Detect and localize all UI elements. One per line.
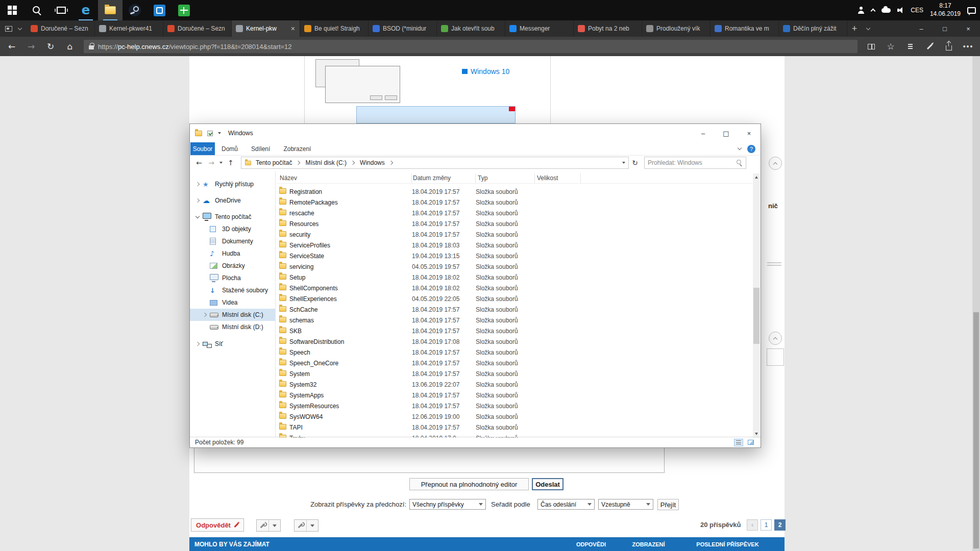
- file-row[interactable]: rescache 18.04.2019 17:57 Složka souborů: [277, 208, 752, 218]
- file-row[interactable]: Speech 18.04.2019 17:57 Složka souborů: [277, 347, 752, 358]
- file-row[interactable]: System 18.04.2019 17:57 Složka souborů: [277, 368, 752, 379]
- file-row[interactable]: ShellComponents 18.04.2019 18:02 Složka …: [277, 283, 752, 293]
- go-button[interactable]: Přejít: [657, 499, 679, 510]
- column-header[interactable]: Velikost: [535, 173, 581, 183]
- expand-chevron-icon[interactable]: [196, 183, 203, 186]
- file-row[interactable]: security 18.04.2019 17:57 Složka souborů: [277, 229, 752, 240]
- volume-icon[interactable]: [897, 0, 904, 20]
- explorer-title-bar[interactable]: Windows – □ ×: [190, 124, 761, 142]
- chevron-down-icon[interactable]: [307, 520, 318, 531]
- ribbon-expand-chevron-icon[interactable]: [738, 146, 742, 150]
- back-button[interactable]: ←: [2, 38, 21, 55]
- sort-field-select[interactable]: Čas odeslání: [537, 499, 595, 510]
- ribbon-tab[interactable]: Zobrazení: [277, 142, 317, 155]
- sidebar-item[interactable]: Místní disk (C:): [190, 309, 275, 321]
- browser-tab[interactable]: Jak otevřít soub ×: [437, 20, 505, 37]
- file-row[interactable]: Speech_OneCore 18.04.2019 17:57 Složka s…: [277, 358, 752, 368]
- sidebar-item[interactable]: Tento počítač: [190, 211, 275, 223]
- explorer-minimize-button[interactable]: –: [692, 124, 715, 142]
- tab-close-icon[interactable]: ×: [290, 25, 296, 32]
- sidebar-item[interactable]: Stažené soubory: [190, 284, 275, 296]
- tab-preview-toggle-icon[interactable]: [18, 26, 22, 30]
- file-row[interactable]: ServiceState 19.04.2019 13:15 Složka sou…: [277, 251, 752, 261]
- sidebar-item[interactable]: Dokumenty: [190, 235, 275, 247]
- address-history-chevron-icon[interactable]: [622, 162, 625, 164]
- sidebar-item[interactable]: Hudba: [190, 247, 275, 260]
- forward-button[interactable]: →: [21, 38, 41, 55]
- details-view-icon[interactable]: [734, 439, 743, 446]
- browser-tab[interactable]: Romantika ve m ×: [710, 20, 779, 37]
- onedrive-tray-icon[interactable]: [881, 0, 891, 20]
- file-row[interactable]: System32 13.06.2019 22:07 Složka souborů: [277, 379, 752, 390]
- taskbar-app-button[interactable]: [0, 0, 24, 20]
- scrollbar-thumb[interactable]: [753, 288, 760, 344]
- recent-locations-chevron-icon[interactable]: [217, 157, 225, 169]
- web-note-pen-icon[interactable]: [920, 38, 939, 55]
- browser-tab[interactable]: Pobyt na 2 neb ×: [574, 20, 642, 37]
- sidebar-item[interactable]: Síť: [190, 338, 275, 350]
- refresh-button[interactable]: ↻: [41, 38, 60, 55]
- browser-tab[interactable]: Děčín plný zážit ×: [779, 20, 847, 37]
- explorer-forward-button[interactable]: →: [205, 157, 217, 169]
- action-center-icon[interactable]: [967, 0, 976, 20]
- sidebar-item[interactable]: 3D objekty: [190, 223, 275, 235]
- thumbnails-view-icon[interactable]: [746, 439, 755, 446]
- taskbar-app-button[interactable]: [122, 0, 147, 20]
- file-row[interactable]: ShellExperiences 04.05.2019 22:05 Složka…: [277, 293, 752, 304]
- browser-tab[interactable]: Messenger ×: [505, 20, 574, 37]
- quick-access-toolbar-chevron-icon[interactable]: [218, 132, 221, 134]
- reply-button[interactable]: Odpovědět: [191, 518, 244, 532]
- file-row[interactable]: SKB 18.04.2019 17:57 Složka souborů: [277, 325, 752, 336]
- expand-chevron-icon[interactable]: [196, 342, 203, 345]
- browser-tab[interactable]: Kernel-pkw ×: [232, 20, 300, 37]
- expand-chevron-icon[interactable]: [203, 313, 210, 316]
- browser-tab[interactable]: Be quiet! Straigh ×: [300, 20, 369, 37]
- file-row[interactable]: servicing 04.05.2019 19:57 Složka soubor…: [277, 261, 752, 272]
- people-icon[interactable]: [857, 0, 865, 20]
- tab-list-chevron-icon[interactable]: [862, 20, 875, 37]
- expand-chevron-icon[interactable]: [196, 215, 203, 219]
- file-row[interactable]: SchCache 18.04.2019 17:57 Složka souborů: [277, 304, 752, 315]
- file-row[interactable]: SystemApps 18.04.2019 17:57 Složka soubo…: [277, 390, 752, 400]
- sidebar-item[interactable]: Videa: [190, 296, 275, 309]
- explorer-maximize-button[interactable]: □: [715, 124, 738, 142]
- ribbon-tab[interactable]: Domů: [215, 142, 244, 155]
- explorer-refresh-icon[interactable]: ↻: [629, 159, 641, 167]
- browser-minimize-button[interactable]: –: [910, 20, 933, 37]
- hub-icon[interactable]: [900, 38, 920, 55]
- file-row[interactable]: Registration 18.04.2019 17:57 Složka sou…: [277, 186, 752, 197]
- full-editor-button[interactable]: Přepnout na plnohodnotný editor: [409, 478, 529, 490]
- breadcrumb-segment[interactable]: Místní disk (C:): [304, 159, 359, 166]
- page-button[interactable]: 2: [774, 519, 786, 531]
- file-row[interactable]: Setup 18.04.2019 18:02 Složka souborů: [277, 272, 752, 283]
- file-row[interactable]: Resources 18.04.2019 17:57 Složka soubor…: [277, 218, 752, 229]
- browser-scrollbar[interactable]: [972, 56, 980, 551]
- column-header[interactable]: Datum změny: [412, 173, 476, 183]
- submit-button[interactable]: Odeslat: [532, 478, 564, 490]
- browser-tab[interactable]: Doručené – Sezn ×: [27, 20, 95, 37]
- browser-tab[interactable]: BSOD (*minidur ×: [369, 20, 437, 37]
- browser-tab[interactable]: Prodloužený vík ×: [642, 20, 710, 37]
- language-indicator[interactable]: CES: [911, 7, 923, 14]
- tray-chevron-up-icon[interactable]: [871, 0, 875, 20]
- browser-close-button[interactable]: ×: [957, 20, 980, 37]
- explorer-scrollbar[interactable]: [753, 173, 760, 438]
- favorites-star-icon[interactable]: ☆: [881, 38, 900, 55]
- breadcrumb[interactable]: Tento počítačMístní disk (C:)Windows: [241, 157, 629, 169]
- explorer-back-button[interactable]: ←: [193, 157, 205, 169]
- expand-chevron-icon[interactable]: [196, 199, 203, 202]
- help-icon[interactable]: ?: [747, 145, 755, 153]
- taskbar-app-button[interactable]: [98, 0, 122, 20]
- taskbar-app-button[interactable]: [24, 0, 49, 20]
- breadcrumb-segment[interactable]: Windows: [359, 159, 397, 166]
- more-options-icon[interactable]: •••: [959, 38, 978, 55]
- sidebar-item[interactable]: OneDrive: [190, 194, 275, 207]
- page-button[interactable]: ‹: [747, 519, 758, 531]
- set-tabs-aside-icon[interactable]: [5, 26, 12, 32]
- up-button[interactable]: ↑: [225, 157, 237, 169]
- chevron-down-icon[interactable]: [269, 520, 280, 531]
- taskbar-app-button[interactable]: [172, 0, 196, 20]
- scroll-to-top-button[interactable]: [769, 332, 782, 345]
- ribbon-tab[interactable]: Sdílení: [244, 142, 277, 155]
- column-header[interactable]: Typ: [476, 173, 535, 183]
